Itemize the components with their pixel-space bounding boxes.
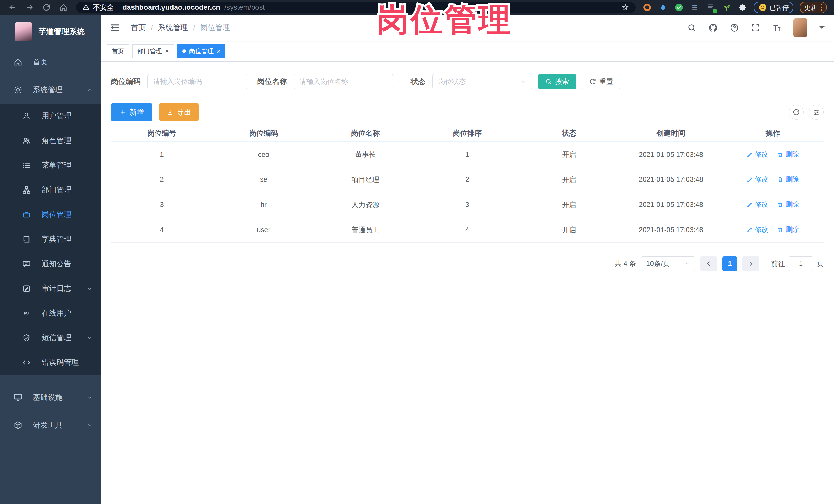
breadcrumb-system[interactable]: 系统管理 — [158, 23, 188, 33]
filter-form: 岗位编码 岗位名称 状态 岗位状态 搜索 重置 — [111, 74, 824, 89]
monitor-icon — [13, 393, 23, 402]
current-page[interactable]: 1 — [722, 257, 737, 271]
extension-sliders-icon[interactable] — [690, 3, 700, 12]
extensions-puzzle-icon[interactable] — [738, 3, 747, 12]
sidebar-item-home[interactable]: 首页 — [0, 48, 101, 76]
search-icon — [545, 78, 552, 85]
sidebar-item-notices[interactable]: 通知公告 — [0, 251, 101, 276]
sidebar-item-menus[interactable]: 菜单管理 — [0, 153, 101, 178]
bookmark-star-icon[interactable] — [621, 3, 630, 12]
app-logo-image — [15, 22, 32, 41]
code-icon — [22, 358, 32, 367]
tab-departments[interactable]: 部门管理 × — [132, 44, 174, 58]
edit-link[interactable]: 修改 — [747, 175, 768, 184]
browser-home-icon[interactable] — [55, 2, 72, 13]
cell-post-code: hr — [213, 192, 315, 217]
active-dot — [182, 49, 186, 53]
column-settings-button[interactable] — [809, 105, 824, 119]
refresh-icon — [792, 108, 800, 116]
table-row: 1 ceo 董事长 1 开启 2021-01-05 17:03:48 修改 — [111, 142, 824, 167]
cell-post-sort: 4 — [416, 217, 518, 243]
search-button[interactable]: 搜索 — [538, 74, 576, 89]
cell-actions: 修改 删除 — [722, 192, 824, 217]
extension-green-badge — [712, 9, 717, 13]
fullscreen-icon[interactable] — [751, 23, 760, 32]
reset-button[interactable]: 重置 — [582, 74, 620, 89]
sidebar-item-departments[interactable]: 部门管理 — [0, 178, 101, 202]
chevron-down-icon — [86, 394, 93, 401]
edit-link[interactable]: 修改 — [747, 150, 768, 159]
app-logo-row[interactable]: 芋道管理系统 — [0, 15, 101, 48]
roles-icon — [22, 136, 32, 145]
post-name-input[interactable] — [294, 74, 394, 89]
delete-link[interactable]: 删除 — [777, 150, 799, 159]
post-code-input[interactable] — [147, 74, 247, 89]
post-code-label: 岗位编码 — [111, 76, 141, 87]
status-select[interactable]: 岗位状态 — [432, 74, 532, 89]
status-select-placeholder: 岗位状态 — [438, 77, 466, 86]
github-icon[interactable] — [708, 23, 718, 32]
delete-link[interactable]: 删除 — [777, 200, 799, 209]
close-icon[interactable]: × — [165, 48, 169, 54]
cell-post-code: se — [213, 167, 315, 192]
sidebar-item-audit-log[interactable]: 审计日志 — [0, 276, 101, 301]
org-tree-icon — [22, 185, 32, 194]
extension-green-check-icon[interactable] — [674, 3, 684, 12]
font-size-icon[interactable] — [772, 23, 782, 32]
sidebar-item-roles[interactable]: 角色管理 — [0, 128, 101, 153]
security-warning[interactable]: 不安全 — [82, 3, 114, 12]
table-toolbar: 新增 导出 — [111, 103, 824, 121]
sidebar-item-error-codes[interactable]: 错误码管理 — [0, 350, 101, 375]
sidebar-toggle-icon[interactable] — [110, 23, 120, 33]
export-button[interactable]: 导出 — [159, 103, 199, 121]
chevron-down-icon — [86, 422, 93, 429]
navbar-actions — [687, 19, 825, 37]
table-header: 岗位编号 岗位编码 岗位名称 岗位排序 状态 创建时间 操作 — [111, 125, 824, 142]
browser-back-icon[interactable] — [4, 2, 21, 13]
extension-blue-drop-icon[interactable] — [658, 3, 668, 12]
delete-link[interactable]: 删除 — [777, 225, 799, 234]
sidebar-item-sms[interactable]: 短信管理 — [0, 326, 101, 350]
goto-page-input[interactable] — [789, 257, 813, 271]
browser-reload-icon[interactable] — [38, 2, 55, 13]
delete-link[interactable]: 删除 — [777, 175, 799, 184]
browser-forward-icon[interactable] — [21, 2, 38, 13]
tab-home[interactable]: 首页 — [107, 44, 129, 58]
avatar[interactable] — [793, 19, 807, 37]
search-icon[interactable] — [687, 23, 697, 32]
update-button[interactable]: 更新 — [799, 2, 827, 13]
extension-orange-ring-icon[interactable] — [642, 3, 652, 12]
posts-table: 岗位编号 岗位编码 岗位名称 岗位排序 状态 创建时间 操作 1 ceo 董事长… — [111, 125, 824, 243]
extension-sprout-icon[interactable] — [722, 3, 731, 12]
col-post-id: 岗位编号 — [111, 125, 213, 142]
refresh-table-button[interactable] — [789, 105, 804, 119]
goto-group: 前往 页 — [771, 257, 824, 271]
close-icon[interactable]: × — [217, 48, 220, 54]
tab-posts[interactable]: 岗位管理 × — [177, 44, 225, 58]
paused-extension-pill[interactable]: 已暂停 — [754, 2, 793, 13]
url-path: /system/post — [224, 3, 265, 12]
sidebar-item-infrastructure[interactable]: 基础设施 — [0, 384, 101, 411]
extension-database-icon[interactable] — [706, 3, 716, 12]
breadcrumb-home[interactable]: 首页 — [131, 23, 146, 33]
add-button[interactable]: 新增 — [111, 103, 152, 121]
sidebar-item-online-users[interactable]: 在线用户 — [0, 301, 101, 326]
sidebar-item-users[interactable]: 用户管理 — [0, 104, 101, 128]
page-size-select[interactable]: 10条/页 — [641, 257, 695, 271]
home-icon — [13, 58, 23, 67]
help-icon[interactable] — [730, 23, 739, 32]
sidebar-item-posts[interactable]: 岗位管理 — [0, 202, 101, 227]
sidebar-item-system[interactable]: 系统管理 — [0, 76, 101, 104]
next-page-button[interactable] — [742, 257, 759, 271]
caret-down-icon[interactable] — [819, 26, 825, 32]
sidebar-item-devtools[interactable]: 研发工具 — [0, 411, 101, 439]
prev-page-button[interactable] — [700, 257, 717, 271]
cell-post-id: 4 — [111, 217, 213, 243]
browser-menu-dots-icon[interactable] — [821, 4, 822, 11]
cell-status: 开启 — [518, 142, 620, 167]
address-bar[interactable]: 不安全 dashboard.yudao.iocoder.cn /system/p… — [76, 2, 636, 13]
edit-link[interactable]: 修改 — [747, 225, 768, 234]
edit-link[interactable]: 修改 — [747, 200, 768, 209]
table-settings-group — [789, 105, 824, 119]
sidebar-item-dict[interactable]: 字典管理 — [0, 227, 101, 251]
